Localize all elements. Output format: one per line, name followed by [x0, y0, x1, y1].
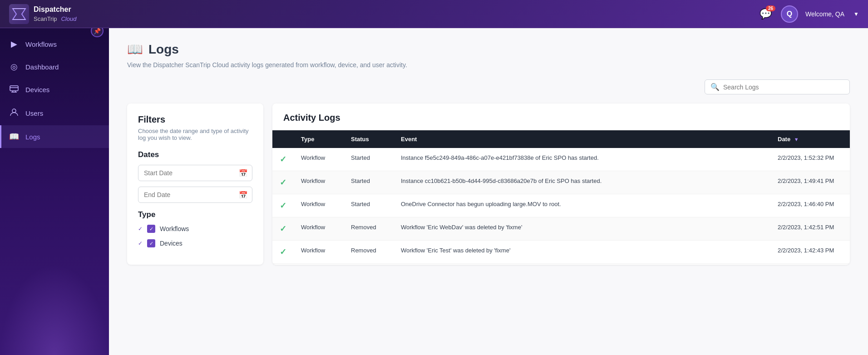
sidebar-label-logs: Logs	[25, 133, 40, 141]
table-row: ✓ Workflow Removed Workflow 'Eric Test' …	[272, 241, 850, 264]
col-event: Event	[394, 130, 770, 148]
log-date: 2/2/2023, 1:42:51 PM	[770, 217, 850, 241]
logo-cloud: Cloud	[61, 15, 76, 22]
table-row: ✓ Workflow Removed Workflow 'Eric WebDav…	[272, 217, 850, 241]
end-date-input[interactable]	[138, 187, 252, 203]
sidebar-item-dashboard[interactable]: ◎ Dashboard	[0, 55, 109, 78]
sidebar-item-users[interactable]: Users	[0, 101, 109, 125]
filters-title: Filters	[138, 114, 252, 125]
log-status: Started	[344, 148, 394, 171]
start-date-wrapper: 📅	[138, 165, 252, 181]
col-status-icon	[272, 130, 294, 148]
log-status: Started	[344, 194, 394, 217]
search-input[interactable]	[723, 84, 844, 91]
logs-panel: Activity Logs Type Status Event Date ▼	[272, 104, 850, 265]
log-event: Instance cc10b621-b50b-4d44-995d-c83686a…	[394, 171, 770, 194]
logo-scantrip: ScanTrip	[34, 15, 57, 22]
workflows-icon: ▶	[9, 39, 19, 49]
devices-icon	[9, 84, 19, 95]
user-menu-chevron[interactable]: ▼	[853, 11, 859, 17]
col-status: Status	[344, 130, 394, 148]
page-subtitle: View the Dispatcher ScanTrip Cloud activ…	[127, 61, 850, 69]
log-type: Workflow	[294, 194, 344, 217]
logo-area: Dispatcher ScanTrip Cloud	[9, 4, 118, 24]
sidebar-label-workflows: Workflows	[25, 40, 57, 48]
checkbox-workflows-box[interactable]: ✓	[147, 225, 155, 233]
checkbox-devices-label: Devices	[160, 240, 182, 247]
start-date-calendar-icon[interactable]: 📅	[239, 169, 248, 178]
search-icon: 🔍	[710, 83, 720, 91]
main-layout: 📌 ▶ Workflows ◎ Dashboard Devices	[0, 28, 868, 355]
dates-section-title: Dates	[138, 150, 252, 159]
user-avatar: Q	[781, 5, 798, 23]
log-type: Workflow	[294, 171, 344, 194]
logo-text: Dispatcher ScanTrip Cloud	[34, 5, 76, 22]
date-sort-icon: ▼	[794, 137, 799, 142]
log-status: Removed	[344, 217, 394, 241]
logo-dispatcher: Dispatcher	[34, 5, 76, 14]
status-check-icon: ✓	[280, 224, 286, 233]
content-area: 📖 Logs View the Dispatcher ScanTrip Clou…	[109, 28, 868, 355]
status-check-icon: ✓	[280, 201, 286, 210]
dashboard-icon: ◎	[9, 62, 19, 72]
log-event: OneDrive Connector has begun uploading l…	[394, 194, 770, 217]
sidebar-label-dashboard: Dashboard	[25, 63, 59, 71]
end-date-wrapper: 📅	[138, 187, 252, 203]
activity-logs-title: Activity Logs	[272, 104, 850, 130]
checkbox-devices[interactable]: ✓ ✓ Devices	[138, 239, 252, 247]
svg-point-9	[12, 109, 16, 113]
search-row: 🔍	[127, 79, 850, 94]
checkbox-devices-box[interactable]: ✓	[147, 239, 155, 247]
users-icon	[9, 108, 19, 119]
log-status: Removed	[344, 241, 394, 264]
logs-table-wrapper: Type Status Event Date ▼ ✓ W	[272, 130, 850, 264]
logo-icon	[9, 4, 29, 24]
logs-icon: 📖	[9, 132, 19, 142]
notification-badge: 26	[766, 5, 775, 11]
logs-table-body: ✓ Workflow Started Instance f5e5c249-849…	[272, 148, 850, 264]
header-right: 💬 26 Q Welcome, QA ▼	[758, 5, 859, 23]
page-title-icon: 📖	[127, 42, 143, 57]
checkbox-workflows-checkmark: ✓	[138, 226, 143, 232]
sidebar-item-devices[interactable]: Devices	[0, 78, 109, 101]
sidebar-item-logs[interactable]: 📖 Logs	[0, 125, 109, 148]
end-date-calendar-icon[interactable]: 📅	[239, 191, 248, 199]
page-title: Logs	[148, 42, 179, 57]
table-row: ✓ Workflow Started Instance cc10b621-b50…	[272, 171, 850, 194]
type-section-title: Type	[138, 210, 252, 219]
log-date: 2/2/2023, 1:49:41 PM	[770, 171, 850, 194]
status-check-icon: ✓	[280, 178, 286, 187]
log-date: 2/2/2023, 1:42:43 PM	[770, 241, 850, 264]
status-check-icon: ✓	[280, 247, 286, 256]
top-header: Dispatcher ScanTrip Cloud 💬 26 Q Welcome…	[0, 0, 868, 28]
checkbox-devices-checkmark: ✓	[138, 240, 143, 247]
sidebar: 📌 ▶ Workflows ◎ Dashboard Devices	[0, 28, 109, 355]
checkbox-workflows[interactable]: ✓ ✓ Workflows	[138, 225, 252, 233]
log-date: 2/2/2023, 1:52:32 PM	[770, 148, 850, 171]
svg-rect-4	[10, 86, 18, 91]
col-type: Type	[294, 130, 344, 148]
two-column-layout: Filters Choose the date range and type o…	[127, 104, 850, 265]
logs-table: Type Status Event Date ▼ ✓ W	[272, 130, 850, 264]
sidebar-item-workflows[interactable]: ▶ Workflows	[0, 33, 109, 55]
svg-rect-0	[9, 4, 29, 24]
sidebar-label-users: Users	[25, 109, 43, 117]
start-date-input[interactable]	[138, 165, 252, 181]
log-type: Workflow	[294, 148, 344, 171]
sidebar-label-devices: Devices	[25, 86, 49, 94]
search-box: 🔍	[705, 79, 850, 94]
welcome-text: Welcome, QA	[805, 10, 844, 18]
log-date: 2/2/2023, 1:46:40 PM	[770, 194, 850, 217]
table-row: ✓ Workflow Started Instance f5e5c249-849…	[272, 148, 850, 171]
filters-subtitle: Choose the date range and type of activi…	[138, 128, 252, 141]
status-check-icon: ✓	[280, 155, 286, 164]
log-status: Started	[344, 171, 394, 194]
log-event: Workflow 'Eric Test' was deleted by 'fix…	[394, 241, 770, 264]
log-type: Workflow	[294, 217, 344, 241]
log-event: Instance f5e5c249-849a-486c-a07e-e421bf7…	[394, 148, 770, 171]
col-date[interactable]: Date ▼	[770, 130, 850, 148]
notification-button[interactable]: 💬 26	[758, 6, 774, 22]
log-event: Workflow 'Eric WebDav' was deleted by 'f…	[394, 217, 770, 241]
type-section: Type ✓ ✓ Workflows ✓ ✓ Devices	[138, 210, 252, 247]
log-type: Workflow	[294, 241, 344, 264]
